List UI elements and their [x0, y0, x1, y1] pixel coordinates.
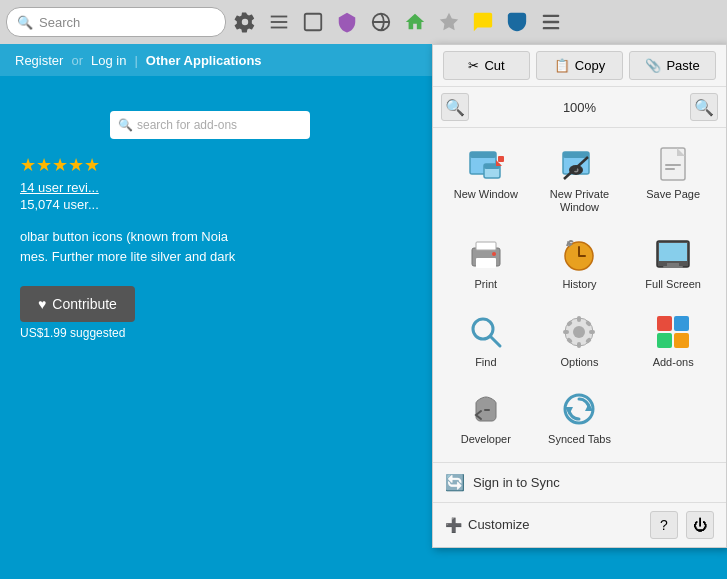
review-link[interactable]: 14 user revi...	[20, 180, 400, 195]
star-icon	[438, 11, 460, 33]
addon-search-icon: 🔍	[118, 118, 133, 132]
options-button[interactable]: Options	[535, 304, 625, 377]
full-screen-button[interactable]: Full Screen	[628, 226, 718, 299]
page-content: 🔍 search for add-ons ★★★★★ 14 user revi.…	[0, 76, 420, 579]
synced-tabs-icon	[559, 389, 599, 429]
tab-icon-btn[interactable]	[298, 7, 328, 37]
svg-rect-40	[577, 342, 581, 348]
svg-rect-0	[271, 16, 288, 18]
new-window-label: New Window	[454, 188, 518, 201]
nav-separator: or	[71, 53, 83, 68]
power-icon: ⏻	[693, 517, 707, 533]
find-label: Find	[475, 356, 496, 369]
history-label: History	[562, 278, 596, 291]
svg-rect-39	[577, 316, 581, 322]
customize-label: Customize	[468, 517, 529, 532]
print-label: Print	[475, 278, 498, 291]
search-bar[interactable]: 🔍 Search	[6, 7, 226, 37]
list-icon-btn[interactable]	[264, 7, 294, 37]
search-label: Search	[39, 15, 80, 30]
svg-rect-25	[476, 242, 496, 250]
chat-icon	[472, 11, 494, 33]
svg-rect-24	[476, 258, 496, 268]
add-ons-label: Add-ons	[653, 356, 694, 369]
menu-icons-grid: New Window New PrivateWindow	[433, 128, 726, 463]
svg-rect-32	[659, 243, 687, 261]
svg-rect-50	[674, 333, 689, 348]
save-page-icon	[653, 144, 693, 184]
copy-button[interactable]: 📋 Copy	[536, 51, 623, 80]
svg-line-36	[490, 336, 500, 346]
zoom-row: 🔍 100% 🔍	[433, 87, 726, 128]
addon-search-placeholder: search for add-ons	[137, 118, 237, 132]
help-button[interactable]: ?	[650, 511, 678, 539]
synced-tabs-label: Synced Tabs	[548, 433, 611, 446]
zoom-out-button[interactable]: 🔍	[441, 93, 469, 121]
svg-rect-21	[665, 164, 681, 166]
cut-label: Cut	[484, 58, 504, 73]
print-button[interactable]: Print	[441, 226, 531, 299]
clipboard-row: ✂ Cut 📋 Copy 📎 Paste	[433, 45, 726, 87]
register-link[interactable]: Register	[15, 53, 63, 68]
menu-lines-icon	[540, 11, 562, 33]
cut-icon: ✂	[468, 58, 479, 73]
contribute-section: ♥ Contribute US$1.99 suggested	[20, 286, 400, 340]
svg-rect-29	[578, 255, 586, 257]
developer-button[interactable]: Developer	[441, 381, 531, 454]
chat-icon-btn[interactable]	[468, 7, 498, 37]
paste-button[interactable]: 📎 Paste	[629, 51, 716, 80]
find-button[interactable]: Find	[441, 304, 531, 377]
svg-rect-6	[543, 21, 560, 23]
menu-icon-btn[interactable]	[536, 7, 566, 37]
svg-rect-15	[563, 152, 589, 158]
user-count: 15,074 user...	[20, 197, 400, 212]
save-page-button[interactable]: Save Page	[628, 136, 718, 222]
svg-rect-34	[663, 266, 683, 268]
paste-icon: 📎	[645, 58, 661, 73]
globe-icon-btn[interactable]	[366, 7, 396, 37]
sign-in-row[interactable]: 🔄 Sign in to Sync	[433, 463, 726, 503]
tab-icon	[302, 11, 324, 33]
zoom-in-button[interactable]: 🔍	[690, 93, 718, 121]
svg-rect-33	[667, 263, 679, 266]
addon-search-bar[interactable]: 🔍 search for add-ons	[110, 111, 310, 139]
home-icon-btn[interactable]	[400, 7, 430, 37]
other-apps-label: Other Applications	[146, 53, 262, 68]
zoom-out-icon: 🔍	[445, 98, 465, 117]
new-private-window-button[interactable]: New PrivateWindow	[535, 136, 625, 222]
login-link[interactable]: Log in	[91, 53, 126, 68]
list-icon	[268, 11, 290, 33]
description: olbar button icons (known from Noia mes.…	[20, 227, 400, 266]
contribute-button[interactable]: ♥ Contribute	[20, 286, 135, 322]
cut-button[interactable]: ✂ Cut	[443, 51, 530, 80]
star-icon-btn[interactable]	[434, 7, 464, 37]
synced-tabs-button[interactable]: Synced Tabs	[535, 381, 625, 454]
gear-icon	[234, 11, 256, 33]
power-button[interactable]: ⏻	[686, 511, 714, 539]
svg-rect-7	[543, 27, 560, 29]
svg-point-26	[492, 252, 496, 256]
menu-panel: ✂ Cut 📋 Copy 📎 Paste 🔍 100% 🔍	[432, 44, 727, 548]
svg-rect-28	[578, 246, 580, 256]
new-window-button[interactable]: New Window	[441, 136, 531, 222]
heart-icon: ♥	[38, 296, 46, 312]
copy-label: Copy	[575, 58, 605, 73]
add-ons-button[interactable]: Add-ons	[628, 304, 718, 377]
new-private-window-icon	[559, 144, 599, 184]
svg-rect-9	[470, 152, 496, 158]
customize-button[interactable]: ➕ Customize	[445, 517, 642, 533]
paste-label: Paste	[666, 58, 699, 73]
full-screen-icon	[653, 234, 693, 274]
home-icon	[404, 11, 426, 33]
svg-rect-3	[305, 14, 322, 31]
pocket-icon-btn[interactable]	[502, 7, 532, 37]
svg-rect-49	[657, 333, 672, 348]
svg-point-38	[573, 326, 585, 338]
star-rating: ★★★★★	[20, 154, 400, 176]
gear-icon-btn[interactable]	[230, 7, 260, 37]
svg-rect-5	[543, 15, 560, 17]
search-icon: 🔍	[17, 15, 33, 30]
shield-icon-btn[interactable]	[332, 7, 362, 37]
history-button[interactable]: History	[535, 226, 625, 299]
history-icon	[559, 234, 599, 274]
